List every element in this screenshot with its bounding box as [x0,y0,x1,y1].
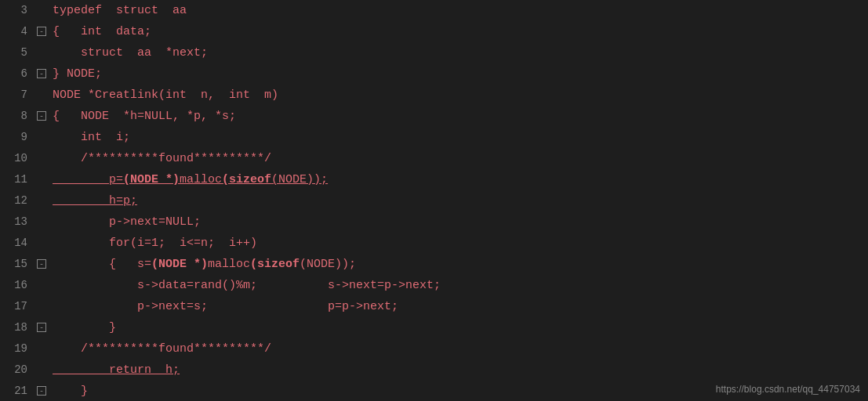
code-text: NODE *Creatlink(int n, int m) [49,85,868,106]
code-line: 14 for(i=1; i<=n; i++) [0,233,868,254]
code-text: typedef struct aa [49,0,868,21]
line-number: 19 [0,338,35,359]
code-text: return h; [49,359,868,381]
code-text: /**********found**********/ [49,148,868,169]
fold-indicator[interactable]: - [35,63,49,85]
code-text: p->next=s; p=p->next; [49,296,868,317]
code-text: } NODE; [49,63,868,85]
line-number: 11 [0,169,35,190]
line-number: 14 [0,233,35,254]
line-number: 7 [0,85,35,106]
code-text: } [49,317,868,338]
line-number: 13 [0,211,35,233]
fold-indicator[interactable]: - [35,254,49,275]
code-line: 19 /**********found**********/ [0,338,868,359]
line-number: 5 [0,42,35,63]
code-text: /**********found**********/ [49,338,868,359]
line-number: 12 [0,190,35,211]
code-line: 13 p->next=NULL; [0,211,868,233]
fold-indicator[interactable]: - [35,381,49,401]
code-line: 8-{ NODE *h=NULL, *p, *s; [0,106,868,127]
line-number: 6 [0,63,35,85]
code-line: 16 s->data=rand()%m; s->next=p->next; [0,275,868,296]
code-text: for(i=1; i<=n; i++) [49,233,868,254]
watermark: https://blog.csdn.net/qq_44757034 [716,384,860,395]
code-line: 15- { s=(NODE *)malloc(sizeof(NODE)); [0,254,868,275]
line-number: 16 [0,275,35,296]
line-number: 10 [0,148,35,169]
code-line: 20 return h; [0,359,868,381]
code-line: 9 int i; [0,127,868,148]
line-number: 8 [0,106,35,127]
code-text: s->data=rand()%m; s->next=p->next; [49,275,868,296]
code-text: { NODE *h=NULL, *p, *s; [49,106,868,127]
code-line: 4-{ int data; [0,21,868,42]
fold-indicator[interactable]: - [35,106,49,127]
code-line: 17 p->next=s; p=p->next; [0,296,868,317]
code-line: 10 /**********found**********/ [0,148,868,169]
code-line: 5 struct aa *next; [0,42,868,63]
code-text: h=p; [49,190,868,211]
code-text: { int data; [49,21,868,42]
line-number: 15 [0,254,35,275]
line-number: 4 [0,21,35,42]
fold-indicator[interactable]: - [35,21,49,42]
code-line: 6-} NODE; [0,63,868,85]
code-line: 18- } [0,317,868,338]
code-text: { s=(NODE *)malloc(sizeof(NODE)); [49,254,868,275]
code-text: p=(NODE *)malloc(sizeof(NODE)); [49,169,868,190]
code-container: 3typedef struct aa4-{ int data;5 struct … [0,0,868,401]
line-number: 20 [0,359,35,381]
code-text: struct aa *next; [49,42,868,63]
line-number: 3 [0,0,35,21]
line-number: 9 [0,127,35,148]
code-line: 7NODE *Creatlink(int n, int m) [0,85,868,106]
line-number: 17 [0,296,35,317]
code-line: 11 p=(NODE *)malloc(sizeof(NODE)); [0,169,868,190]
code-text: int i; [49,127,868,148]
line-number: 21 [0,381,35,401]
line-number: 18 [0,317,35,338]
fold-indicator[interactable]: - [35,317,49,338]
code-line: 3typedef struct aa [0,0,868,21]
code-line: 12 h=p; [0,190,868,211]
code-text: p->next=NULL; [49,211,868,233]
